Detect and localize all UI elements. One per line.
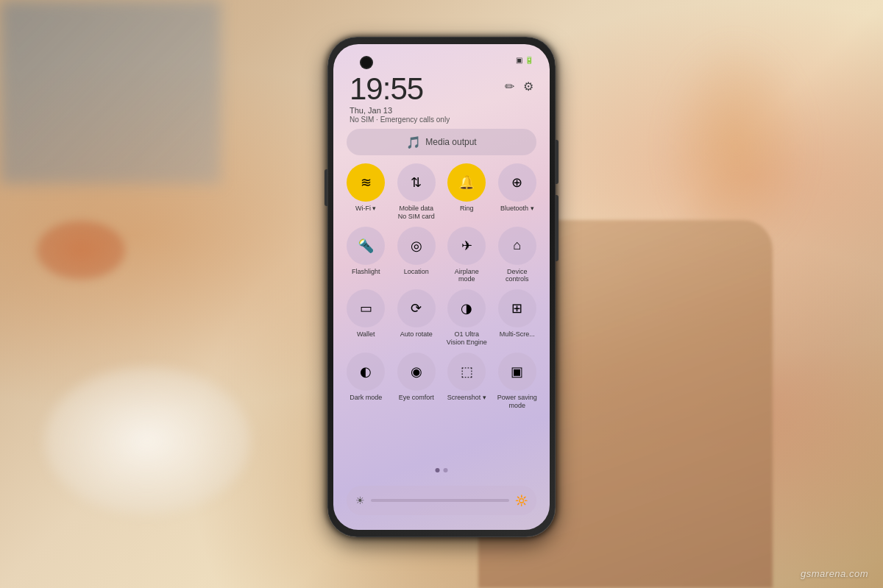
tile-vision-engine[interactable]: ◑O1 Ultra Vision Engine [444,289,489,347]
tile-label-wallet: Wallet [357,330,375,339]
tile-icon-airplane: ✈ [447,227,486,265]
quick-tiles-grid: ≋Wi-Fi ▾⇅Mobile data No SIM card🔔Ring⊕Bl… [344,163,539,409]
edit-icon[interactable]: ✏ [505,79,514,93]
tile-label-dark-mode: Dark mode [350,394,382,402]
tile-label-ring: Ring [460,205,474,213]
clock-time: 19:55 [350,74,450,105]
media-bar[interactable]: 🎵 Media output [347,129,536,155]
tile-icon-eye-comfort: ◉ [397,353,436,391]
brightness-bar[interactable]: ☀ 🔆 [347,486,536,515]
tile-label-power-saving: Power saving mode [497,394,537,410]
tile-icon-wallet: ▭ [347,289,385,327]
phone-screen: ▣ 🔋 19:55 Thu, Jan 13 No SIM · Emergency… [333,44,550,530]
phone-body: ▣ 🔋 19:55 Thu, Jan 13 No SIM · Emergency… [327,37,556,537]
tile-dark-mode[interactable]: ◐Dark mode [344,353,389,410]
tile-device-controls[interactable]: ⌂Device controls [495,227,540,284]
media-icon: 🎵 [406,135,421,149]
tile-label-bluetooth: Bluetooth ▾ [500,205,534,213]
brightness-low-icon: ☀ [355,495,365,506]
tile-ring[interactable]: 🔔Ring [444,163,489,221]
tile-icon-auto-rotate: ⟳ [397,289,436,327]
tile-icon-multi-screen: ⊞ [498,289,536,327]
tile-label-screenshot: Screenshot ▾ [447,394,486,402]
tile-label-eye-comfort: Eye comfort [399,394,434,402]
power-button [556,140,558,184]
settings-icon[interactable]: ⚙ [523,79,533,93]
tile-label-airplane: Airplane mode [455,268,479,284]
clock-date: Thu, Jan 13 [350,106,450,115]
tile-icon-screenshot: ⬚ [447,353,486,391]
tile-icon-mobile-data: ⇅ [397,163,436,202]
tile-label-device-controls: Device controls [506,268,529,284]
tile-bluetooth[interactable]: ⊕Bluetooth ▾ [495,163,540,221]
tile-location[interactable]: ◎Location [394,227,439,284]
sim-status: No SIM · Emergency calls only [350,116,450,124]
tile-icon-wifi: ≋ [347,163,385,202]
bg-bowl [37,221,125,280]
status-icons: ▣ 🔋 [516,56,533,64]
brightness-track [371,499,509,502]
battery-icon: 🔋 [525,56,533,64]
tile-multi-screen[interactable]: ⊞Multi-Scre... [495,289,540,347]
tile-screenshot[interactable]: ⬚Screenshot ▾ [444,353,489,410]
tile-label-mobile-data: Mobile data No SIM card [398,205,435,221]
tile-icon-bluetooth: ⊕ [498,163,536,202]
sim-icon: ▣ [516,56,522,64]
volume-button [556,195,558,261]
tile-label-location: Location [404,268,429,276]
bg-table [44,367,250,514]
tile-icon-location: ◎ [397,227,436,265]
tile-label-wifi: Wi-Fi ▾ [355,205,377,213]
brightness-high-icon: 🔆 [515,495,528,506]
tile-mobile-data[interactable]: ⇅Mobile data No SIM card [394,163,439,221]
media-bar-label: Media output [425,137,476,147]
tile-wifi[interactable]: ≋Wi-Fi ▾ [344,163,389,221]
screen-top-icons: ✏ ⚙ [505,79,533,93]
tile-icon-dark-mode: ◐ [347,353,385,391]
tile-power-saving[interactable]: ▣Power saving mode [495,353,540,410]
clock-area: 19:55 Thu, Jan 13 No SIM · Emergency cal… [350,74,450,124]
dot-1 [436,468,440,472]
tile-label-flashlight: Flashlight [352,268,380,276]
tile-auto-rotate[interactable]: ⟳Auto rotate [394,289,439,347]
dot-2 [444,468,448,472]
camera-hole [361,57,372,68]
watermark: gsmarena.com [801,568,868,579]
bg-sofa [0,0,221,184]
tile-airplane[interactable]: ✈Airplane mode [444,227,489,284]
tile-icon-flashlight: 🔦 [347,227,385,265]
pagination-dots [436,468,448,472]
tile-label-multi-screen: Multi-Scre... [500,330,535,339]
tile-wallet[interactable]: ▭Wallet [344,289,389,347]
left-button [325,169,327,206]
tile-label-vision-engine: O1 Ultra Vision Engine [447,330,487,347]
tile-label-auto-rotate: Auto rotate [400,330,433,339]
tile-icon-ring: 🔔 [447,163,486,202]
tile-icon-device-controls: ⌂ [498,227,536,265]
tile-icon-power-saving: ▣ [498,353,536,391]
tile-eye-comfort[interactable]: ◉Eye comfort [394,353,439,410]
tile-flashlight[interactable]: 🔦Flashlight [344,227,389,284]
tile-icon-vision-engine: ◑ [447,289,486,327]
